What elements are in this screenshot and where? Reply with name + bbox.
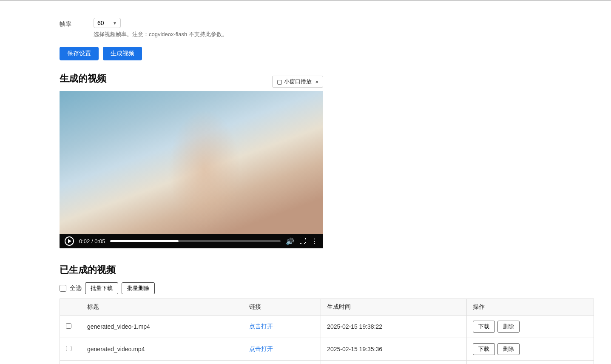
delete-button-1[interactable]: 删除 (497, 343, 520, 355)
framerate-label: 帧率 (60, 20, 94, 28)
video-container-wrap: ▢ 小窗口播放 × 0:02 / 0:05 🔊 ⛶ ⋮ (60, 91, 323, 248)
row-checkbox-0[interactable] (66, 323, 71, 329)
col-link: 链接 (243, 299, 321, 316)
pip-icon: ▢ (277, 78, 282, 85)
framerate-select[interactable]: 24 30 60 (97, 20, 111, 26)
action-buttons-row: 保存设置 生成视频 (60, 47, 594, 60)
generated-video-title: 生成的视频 (60, 72, 594, 85)
chevron-down-icon: ▼ (113, 21, 117, 26)
row-created-at-1: 2025-02-15 19:35:36 (321, 338, 466, 361)
col-created-at: 生成时间 (321, 299, 466, 316)
framerate-field: 帧率 24 30 60 ▼ 选择视频帧率。注意：cogvideox-flash … (60, 18, 594, 38)
row-title-1: generated_video.mp4 (81, 338, 243, 361)
select-all-label[interactable]: 全选 (70, 284, 82, 292)
row-checkbox-1[interactable] (66, 346, 71, 351)
row-link-0: 点击打开 (243, 316, 321, 338)
row-link-open-0[interactable]: 点击打开 (249, 323, 273, 330)
progress-bar[interactable] (110, 240, 281, 242)
save-settings-button[interactable]: 保存设置 (60, 47, 99, 60)
row-link-open-1[interactable]: 点击打开 (249, 345, 273, 352)
video-table: 标题 链接 生成时间 操作 generated_video-1.mp4 点击打开… (60, 299, 594, 364)
col-title: 标题 (81, 299, 243, 316)
pip-button[interactable]: ▢ 小窗口播放 × (272, 76, 323, 88)
pip-label: 小窗口播放 (284, 78, 312, 85)
action-buttons-1: 下载 删除 (473, 343, 588, 355)
select-all-checkbox[interactable] (60, 285, 66, 292)
action-buttons-0: 下载 删除 (473, 321, 588, 333)
row-link-2: 点击打开 (243, 361, 321, 364)
delete-button-0[interactable]: 删除 (497, 321, 520, 333)
row-created-at-2: 2025-02-15 15:29:58 (321, 361, 466, 364)
page-wrapper: 帧率 24 30 60 ▼ 选择视频帧率。注意：cogvideox-flash … (0, 0, 611, 364)
row-checkbox-cell (60, 361, 81, 364)
generate-video-button[interactable]: 生成视频 (103, 47, 142, 60)
row-title-2: generated_video-9.mp4 (81, 361, 243, 364)
row-actions-1: 下载 删除 (466, 338, 594, 361)
time-display: 0:02 / 0:05 (79, 238, 105, 245)
table-header-row: 标题 链接 生成时间 操作 (60, 299, 594, 316)
list-header-row: 全选 批量下载 批量删除 (60, 282, 594, 294)
more-options-icon[interactable]: ⋮ (311, 237, 318, 245)
pip-close-icon[interactable]: × (315, 79, 318, 85)
volume-icon[interactable]: 🔊 (286, 237, 294, 245)
row-link-1: 点击打开 (243, 338, 321, 361)
table-row: generated_video-1.mp4 点击打开 2025-02-15 19… (60, 316, 594, 338)
video-controls: 0:02 / 0:05 🔊 ⛶ ⋮ (60, 234, 323, 248)
row-actions-2: 下载 删除 (466, 361, 594, 364)
generated-video-section: 生成的视频 ▢ 小窗口播放 × 0:02 / 0:05 🔊 ⛶ (60, 72, 594, 248)
video-list-title: 已生成的视频 (60, 264, 594, 276)
framerate-select-wrapper[interactable]: 24 30 60 ▼ (94, 18, 121, 28)
download-button-0[interactable]: 下载 (473, 321, 495, 333)
table-row: generated_video-9.mp4 点击打开 2025-02-15 15… (60, 361, 594, 364)
row-created-at-0: 2025-02-15 19:38:22 (321, 316, 466, 338)
col-checkbox (60, 299, 81, 316)
col-action: 操作 (466, 299, 594, 316)
batch-download-button[interactable]: 批量下载 (85, 282, 118, 294)
video-thumbnail (60, 91, 323, 234)
row-title-0: generated_video-1.mp4 (81, 316, 243, 338)
framerate-hint: 选择视频帧率。注意：cogvideox-flash 不支持此参数。 (94, 31, 594, 38)
video-list-section: 已生成的视频 全选 批量下载 批量删除 标题 链接 生成时间 操作 genera… (60, 264, 594, 364)
progress-fill (110, 240, 178, 242)
row-checkbox-cell (60, 338, 81, 361)
video-player: 0:02 / 0:05 🔊 ⛶ ⋮ (60, 91, 323, 248)
play-button[interactable] (65, 236, 74, 246)
download-button-1[interactable]: 下载 (473, 343, 495, 355)
table-row: generated_video.mp4 点击打开 2025-02-15 19:3… (60, 338, 594, 361)
row-checkbox-cell (60, 316, 81, 338)
row-actions-0: 下载 删除 (466, 316, 594, 338)
fullscreen-icon[interactable]: ⛶ (299, 237, 306, 245)
batch-delete-button[interactable]: 批量删除 (122, 282, 155, 294)
framerate-content: 24 30 60 ▼ 选择视频帧率。注意：cogvideox-flash 不支持… (94, 18, 594, 38)
